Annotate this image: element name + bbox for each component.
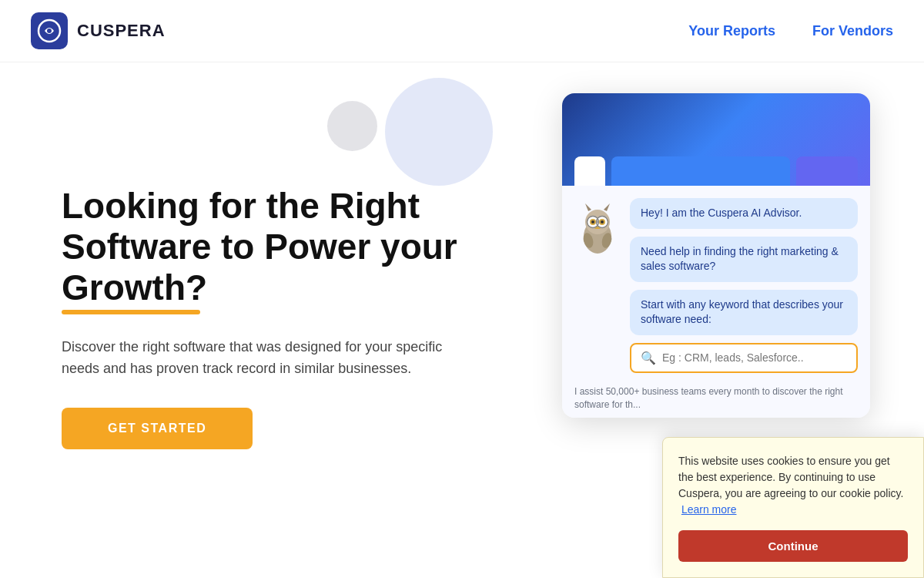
- svg-point-11: [601, 220, 604, 223]
- svg-marker-4: [585, 203, 591, 211]
- deco-circles: [327, 78, 493, 186]
- headline-line1: Looking for the Right: [62, 186, 420, 226]
- cookie-continue-button[interactable]: Continue: [678, 530, 908, 562]
- cookie-banner: This website uses cookies to ensure you …: [662, 437, 924, 578]
- svg-point-1: [47, 29, 52, 33]
- cookie-message: This website uses cookies to ensure you …: [678, 455, 903, 499]
- search-icon: 🔍: [641, 351, 656, 365]
- deco-circle-small: [327, 101, 377, 151]
- chat-header-spacer: [611, 156, 790, 186]
- logo-area: CUSPERA: [31, 12, 166, 49]
- chat-bubble-help: Need help in finding the right marketing…: [630, 237, 858, 282]
- main-nav: Your Reports For Vendors: [688, 23, 893, 39]
- logo-text: CUSPERA: [77, 21, 166, 41]
- chat-body: Hey! I am the Cuspera AI Advisor. Need h…: [562, 186, 870, 385]
- svg-point-10: [591, 220, 594, 223]
- chat-widget: Hey! I am the Cuspera AI Advisor. Need h…: [562, 93, 870, 418]
- deco-circle-large: [385, 78, 493, 186]
- chat-footer-text: I assist 50,000+ business teams every mo…: [562, 385, 870, 418]
- chat-bubble-greeting: Hey! I am the Cuspera AI Advisor.: [630, 198, 858, 229]
- hero-subtext: Discover the right software that was des…: [62, 336, 462, 381]
- hero-left: Looking for the Right Software to Power …: [62, 93, 539, 577]
- logo-icon: [31, 12, 68, 49]
- cookie-learn-more-link[interactable]: Learn more: [681, 503, 737, 516]
- chat-tab-right: [796, 156, 858, 186]
- headline-line2: Software to Power your: [62, 227, 457, 267]
- chat-tab-active[interactable]: [574, 156, 605, 186]
- get-started-button[interactable]: GET STARTED: [62, 408, 253, 449]
- nav-vendors-link[interactable]: For Vendors: [812, 23, 893, 39]
- nav-reports-link[interactable]: Your Reports: [688, 23, 775, 39]
- headline-line3: Growth?: [62, 267, 207, 308]
- svg-marker-5: [604, 203, 610, 211]
- chat-messages: Hey! I am the Cuspera AI Advisor. Need h…: [630, 198, 858, 373]
- cookie-text: This website uses cookies to ensure you …: [678, 453, 908, 518]
- chat-search-input[interactable]: [662, 351, 847, 364]
- header: CUSPERA Your Reports For Vendors: [0, 0, 924, 62]
- chat-search-box[interactable]: 🔍: [630, 343, 858, 373]
- chat-header: [562, 93, 870, 186]
- chat-bubble-prompt: Start with any keyword that describes yo…: [630, 290, 858, 335]
- hero-headline: Looking for the Right Software to Power …: [62, 186, 539, 308]
- owl-avatar: [574, 198, 621, 260]
